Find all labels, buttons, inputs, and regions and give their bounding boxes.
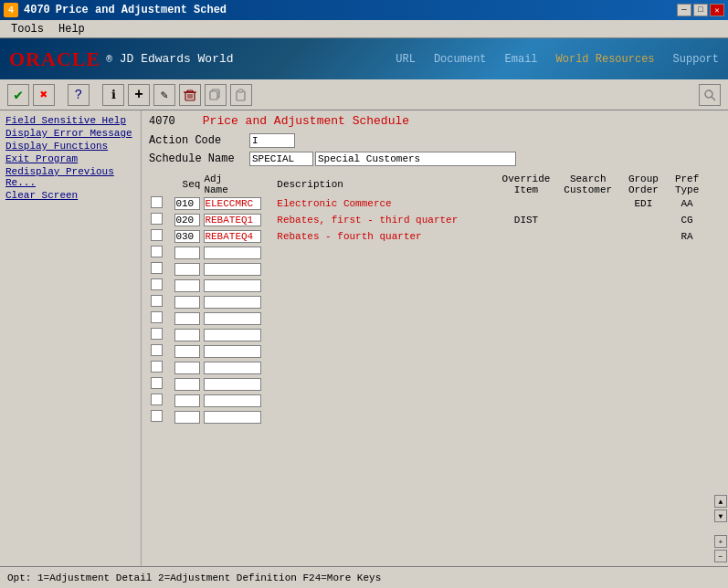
row-checkbox[interactable] bbox=[151, 377, 163, 389]
row-checkbox[interactable] bbox=[151, 394, 163, 405]
cell-seq bbox=[167, 310, 202, 327]
edit-button[interactable]: ✎ bbox=[153, 84, 175, 106]
seq-input[interactable] bbox=[174, 312, 200, 325]
maximize-button[interactable]: □ bbox=[693, 4, 708, 16]
row-checkbox[interactable] bbox=[151, 262, 163, 274]
adj-input[interactable] bbox=[204, 362, 261, 374]
scroll-up-button[interactable]: ▲ bbox=[714, 495, 727, 508]
cell-seq bbox=[167, 212, 202, 228]
cell-search bbox=[557, 212, 619, 228]
seq-input[interactable] bbox=[174, 362, 200, 374]
nav-document[interactable]: Document bbox=[434, 53, 487, 66]
table-row: Rebates, first - third quarterDISTCG bbox=[149, 212, 706, 228]
cell-pref bbox=[668, 343, 706, 360]
table-row bbox=[149, 294, 706, 310]
cell-pref bbox=[668, 409, 706, 425]
row-checkbox[interactable] bbox=[151, 344, 163, 356]
search-button[interactable] bbox=[699, 84, 721, 106]
window-controls: — □ ✕ bbox=[677, 4, 724, 16]
sidebar-item-exit-program[interactable]: Exit Program bbox=[5, 152, 135, 165]
adj-input[interactable] bbox=[204, 329, 261, 341]
cell-search bbox=[557, 228, 619, 245]
svg-rect-7 bbox=[210, 91, 217, 100]
col-header-search: SearchCustomer bbox=[557, 173, 619, 195]
adj-input[interactable] bbox=[204, 411, 261, 424]
adj-input[interactable] bbox=[204, 247, 261, 259]
menu-bar: Tools Help bbox=[0, 20, 728, 38]
sidebar-item-display-functions[interactable]: Display Functions bbox=[5, 140, 135, 152]
sidebar-item-field-sensitive-help[interactable]: Field Sensitive Help bbox=[5, 114, 135, 127]
row-checkbox[interactable] bbox=[151, 196, 163, 208]
seq-input[interactable] bbox=[174, 411, 200, 424]
check-button[interactable]: ✔ bbox=[7, 84, 29, 106]
cell-desc bbox=[275, 261, 495, 278]
action-code-input[interactable] bbox=[249, 133, 295, 148]
close-button[interactable]: ✕ bbox=[710, 4, 724, 16]
nav-support[interactable]: Support bbox=[673, 53, 719, 66]
adj-input[interactable] bbox=[204, 394, 261, 407]
seq-input[interactable] bbox=[174, 230, 200, 243]
row-checkbox[interactable] bbox=[151, 328, 163, 340]
zoom-in-button[interactable]: + bbox=[714, 535, 727, 548]
nav-email[interactable]: Email bbox=[505, 53, 538, 66]
sidebar-item-redisplay[interactable]: Redisplay Previous Re... bbox=[5, 165, 135, 189]
delete-button[interactable] bbox=[179, 84, 201, 106]
adj-input[interactable] bbox=[204, 296, 261, 309]
cell-group bbox=[619, 409, 669, 425]
cell-group: EDI bbox=[619, 195, 669, 212]
col-header-adj: AdjName bbox=[202, 173, 275, 195]
row-checkbox[interactable] bbox=[151, 213, 163, 225]
seq-input[interactable] bbox=[174, 345, 200, 358]
paste-button[interactable] bbox=[230, 84, 252, 106]
seq-input[interactable] bbox=[174, 197, 200, 210]
nav-url[interactable]: URL bbox=[396, 53, 416, 66]
schedule-name-short-input[interactable] bbox=[249, 152, 313, 166]
cell-pref bbox=[668, 245, 706, 261]
adj-input[interactable] bbox=[204, 230, 261, 243]
seq-input[interactable] bbox=[174, 279, 200, 292]
menu-help[interactable]: Help bbox=[51, 21, 92, 37]
cell-group bbox=[619, 310, 669, 327]
help-button[interactable]: ? bbox=[68, 84, 90, 106]
seq-input[interactable] bbox=[174, 394, 200, 407]
scroll-down-button[interactable]: ▼ bbox=[714, 509, 727, 522]
cell-group bbox=[619, 212, 669, 228]
seq-input[interactable] bbox=[174, 329, 200, 341]
nav-world-resources[interactable]: World Resources bbox=[556, 53, 655, 66]
adj-input[interactable] bbox=[204, 279, 261, 292]
cell-group bbox=[619, 376, 669, 393]
adj-input[interactable] bbox=[204, 312, 261, 325]
row-checkbox[interactable] bbox=[151, 361, 163, 373]
zoom-out-button[interactable]: − bbox=[714, 550, 727, 562]
seq-input[interactable] bbox=[174, 296, 200, 309]
adj-input[interactable] bbox=[204, 263, 261, 276]
row-checkbox[interactable] bbox=[151, 229, 163, 241]
row-checkbox[interactable] bbox=[151, 410, 163, 422]
row-checkbox[interactable] bbox=[151, 311, 163, 323]
cell-search bbox=[557, 278, 619, 294]
seq-input[interactable] bbox=[174, 214, 200, 226]
cell-override bbox=[495, 327, 557, 343]
seq-input[interactable] bbox=[174, 247, 200, 259]
schedule-name-full-input[interactable] bbox=[315, 152, 516, 166]
minimize-button[interactable]: — bbox=[677, 4, 691, 16]
sidebar-item-clear-screen[interactable]: Clear Screen bbox=[5, 189, 135, 202]
adj-input[interactable] bbox=[204, 378, 261, 391]
cell-search bbox=[557, 343, 619, 360]
adj-input[interactable] bbox=[204, 345, 261, 358]
copy-button[interactable] bbox=[205, 84, 227, 106]
seq-input[interactable] bbox=[174, 263, 200, 276]
row-checkbox[interactable] bbox=[151, 295, 163, 307]
seq-input[interactable] bbox=[174, 378, 200, 391]
row-checkbox[interactable] bbox=[151, 246, 163, 257]
row-checkbox[interactable] bbox=[151, 278, 163, 290]
cell-override: DIST bbox=[495, 212, 557, 228]
info-button[interactable]: ℹ bbox=[102, 84, 124, 106]
cancel-button[interactable]: ✖ bbox=[33, 84, 55, 106]
adj-input[interactable] bbox=[204, 197, 261, 210]
add-button[interactable]: + bbox=[128, 84, 150, 106]
menu-tools[interactable]: Tools bbox=[4, 21, 51, 37]
adj-input[interactable] bbox=[204, 214, 261, 226]
form-title: Price and Adjustment Schedule bbox=[203, 114, 409, 128]
sidebar-item-display-error-message[interactable]: Display Error Message bbox=[5, 127, 135, 140]
